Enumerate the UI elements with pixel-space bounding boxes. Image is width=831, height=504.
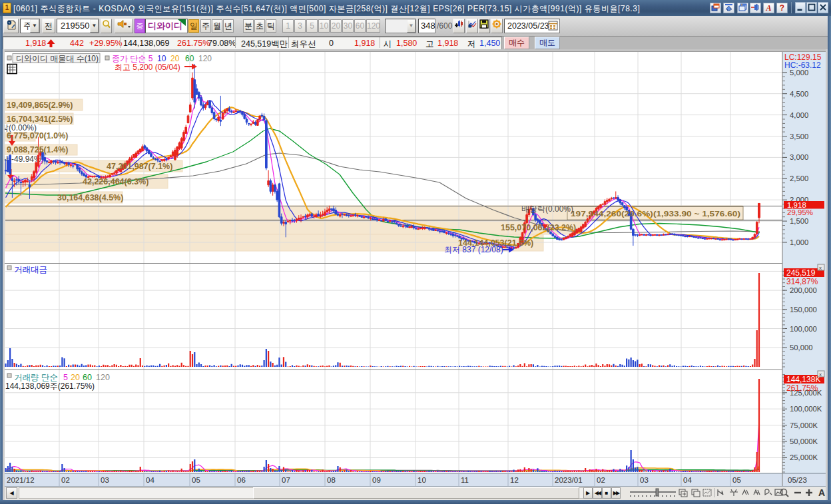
svg-text:디와이디 매물대 수(10): 디와이디 매물대 수(10) xyxy=(16,54,99,63)
svg-text:10: 10 xyxy=(417,476,426,484)
svg-text:x: x xyxy=(819,372,822,378)
svg-text:144,138K: 144,138K xyxy=(786,375,820,384)
svg-text:9,088,725(1.4%): 9,088,725(1.4%) xyxy=(7,145,68,154)
svg-text:05: 05 xyxy=(192,476,200,484)
svg-text:19,409,865(2.9%): 19,409,865(2.9%) xyxy=(7,101,73,110)
svg-text:245,519: 245,519 xyxy=(786,268,816,278)
svg-text:25,000K: 25,000K xyxy=(790,453,818,461)
svg-text:04: 04 xyxy=(146,476,154,484)
svg-text:02: 02 xyxy=(61,476,70,484)
svg-text:09: 09 xyxy=(372,476,381,484)
svg-text:100,000K: 100,000K xyxy=(790,405,822,413)
svg-text:최고 5,200 (05/04): 최고 5,200 (05/04) xyxy=(115,63,180,72)
svg-text:04: 04 xyxy=(683,476,692,484)
svg-text:42,226,464(6.3%): 42,226,464(6.3%) xyxy=(83,177,148,186)
svg-text:3,500: 3,500 xyxy=(790,132,808,140)
svg-text:155,070,062(23.2%): 155,070,062(23.2%) xyxy=(501,223,576,232)
svg-text:144,138,069주(261.75%): 144,138,069주(261.75%) xyxy=(5,381,95,391)
svg-text:75,000K: 75,000K xyxy=(790,421,818,429)
svg-text:A: A xyxy=(818,487,825,498)
svg-text:2021/12: 2021/12 xyxy=(7,476,35,484)
svg-text:x: x xyxy=(819,265,822,271)
svg-text:5,000: 5,000 xyxy=(790,69,808,77)
svg-text:197,944,260(29.6%)(1,933.90 ~: 197,944,260(29.6%)(1,933.90 ~ 1,576.60) xyxy=(571,209,740,218)
svg-text:05: 05 xyxy=(732,476,741,484)
svg-text:08: 08 xyxy=(327,476,336,484)
svg-text:120: 120 xyxy=(96,373,110,382)
svg-text:2023/01: 2023/01 xyxy=(555,476,583,484)
svg-text:05/23: 05/23 xyxy=(788,476,807,484)
svg-text:50,000K: 50,000K xyxy=(790,437,818,445)
svg-text:47,301,987(7.1%): 47,301,987(7.1%) xyxy=(107,162,172,171)
svg-text:종가 단순 5: 종가 단순 5 xyxy=(112,54,153,63)
svg-text:29,95%: 29,95% xyxy=(787,208,813,216)
svg-text:4,500: 4,500 xyxy=(790,90,808,98)
svg-text:03: 03 xyxy=(101,476,109,484)
svg-text:거래대금: 거래대금 xyxy=(14,265,47,274)
svg-text:07: 07 xyxy=(282,476,290,484)
svg-text:배당락(0.00%): 배당락(0.00%) xyxy=(521,204,573,214)
svg-text:06: 06 xyxy=(237,476,246,484)
svg-text:3,000: 3,000 xyxy=(790,153,808,161)
svg-text:2,500: 2,500 xyxy=(790,174,808,182)
svg-text:150,000: 150,000 xyxy=(790,306,817,314)
svg-text:03: 03 xyxy=(640,476,649,484)
svg-text:50,000: 50,000 xyxy=(790,344,813,352)
svg-text:11: 11 xyxy=(461,476,469,484)
svg-text:1,000: 1,000 xyxy=(790,238,808,246)
svg-text:10: 10 xyxy=(157,54,166,63)
svg-text:4,000: 4,000 xyxy=(790,111,808,119)
svg-text:6,775,070(1.0%): 6,775,070(1.0%) xyxy=(7,131,68,140)
svg-text:1,918: 1,918 xyxy=(787,201,806,209)
svg-text:314,87%: 314,87% xyxy=(786,277,818,286)
svg-text:16,704,341(2.5%): 16,704,341(2.5%) xyxy=(7,115,73,124)
svg-text:20: 20 xyxy=(170,54,180,63)
svg-text:60: 60 xyxy=(185,54,194,63)
svg-text:100,000: 100,000 xyxy=(790,325,817,333)
svg-text:261,75%: 261,75% xyxy=(786,383,818,393)
svg-text:200,000: 200,000 xyxy=(790,286,817,294)
svg-text:02: 02 xyxy=(597,476,605,484)
svg-text:120: 120 xyxy=(198,54,212,63)
svg-text:최저 837 (12/08): 최저 837 (12/08) xyxy=(444,245,503,254)
svg-text:1,500: 1,500 xyxy=(790,217,808,225)
svg-text:30,164,638(4.5%): 30,164,638(4.5%) xyxy=(57,193,123,202)
svg-text:12: 12 xyxy=(510,476,519,484)
